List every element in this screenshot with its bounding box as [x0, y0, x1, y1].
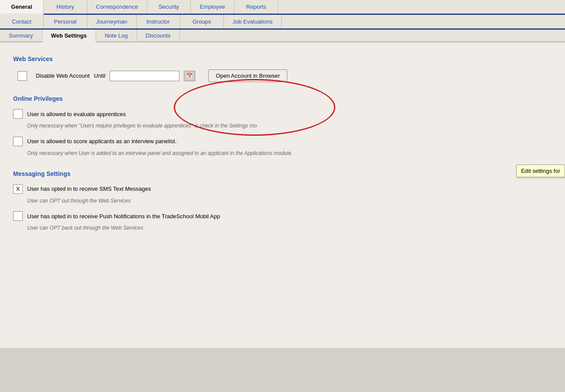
online-privileges-title: Online Privileges — [13, 95, 552, 102]
push-notifications-label: User has opted in to receive Push Notifi… — [27, 213, 220, 220]
sms-label: User has opted in to receive SMS Text Me… — [27, 186, 151, 192]
tab-groups[interactable]: Groups — [180, 15, 224, 28]
tab-row-3: Summary Web Settings Note Log Discounts — [0, 30, 565, 42]
tab-job-evaluations[interactable]: Job Evaluations — [224, 15, 282, 28]
content-area: Web Services Disable Web Account Until 📅… — [0, 42, 565, 348]
privilege-row-1: User is allowed to evaluate apprentices … — [13, 109, 552, 130]
tab-personal[interactable]: Personal — [44, 15, 87, 28]
tab-employee[interactable]: Employee — [191, 0, 234, 14]
web-services-title: Web Services — [13, 55, 552, 62]
evaluate-apprentices-checkbox[interactable] — [13, 109, 23, 119]
tab-discounts[interactable]: Discounts — [137, 30, 180, 41]
sms-checkbox[interactable]: X — [13, 184, 23, 194]
sms-hint: User can OPT out through the Web Service… — [27, 197, 552, 205]
disable-section: Disable Web Account Until 📅 Open Account… — [17, 69, 552, 82]
calendar-icon: 📅 — [186, 73, 193, 79]
evaluate-apprentices-label: User is allowed to evaluate apprentices — [27, 111, 126, 117]
tab-summary[interactable]: Summary — [0, 30, 42, 41]
disable-web-account-label: Disable Web Account — [36, 72, 90, 79]
tab-security[interactable]: Security — [147, 0, 191, 14]
messaging-settings-title: Messaging Settings — [13, 170, 552, 177]
sms-row: X User has opted in to receive SMS Text … — [13, 184, 552, 205]
tab-correspondence[interactable]: Correspondence — [87, 0, 147, 14]
edit-settings-tooltip: Edit settings for — [516, 165, 565, 177]
until-label: Until — [94, 72, 105, 79]
nav-row-1: General History Correspondence Security … — [0, 0, 565, 15]
push-notifications-hint: User can OPT back out through the Web Se… — [27, 224, 552, 232]
tab-note-log[interactable]: Note Log — [96, 30, 137, 41]
privilege-row-2: User is allowed to score applicants as a… — [13, 137, 552, 157]
tab-instructor[interactable]: Instructor — [137, 15, 180, 28]
tab-history[interactable]: History — [44, 0, 87, 14]
disable-web-account-checkbox[interactable] — [17, 71, 27, 81]
web-services-section: Web Services Disable Web Account Until 📅… — [13, 55, 552, 82]
open-account-in-browser-button[interactable]: Open Account in Browser — [208, 69, 287, 82]
tab-general[interactable]: General — [0, 0, 44, 15]
score-applicants-checkbox[interactable] — [13, 137, 23, 146]
tab-reports[interactable]: Reports — [234, 0, 278, 14]
nav-row-2: Contact Personal Journeyman Instructor G… — [0, 15, 565, 30]
tab-contact[interactable]: Contact — [0, 15, 44, 28]
tab-journeyman[interactable]: Journeyman — [87, 15, 137, 28]
evaluate-apprentices-hint: Only necessary when "Users require privi… — [27, 122, 552, 130]
disable-row: Disable Web Account Until 📅 Open Account… — [17, 69, 552, 82]
score-applicants-label: User is allowed to score applicants as a… — [27, 138, 177, 144]
push-notifications-checkbox[interactable] — [13, 211, 23, 221]
score-applicants-hint: Only necessary when User is added to an … — [27, 150, 552, 157]
until-date-input[interactable] — [110, 71, 179, 81]
online-privileges-section: Online Privileges User is allowed to eva… — [13, 95, 552, 157]
push-notifications-row: User has opted in to receive Push Notifi… — [13, 211, 552, 232]
calendar-button[interactable]: 📅 — [184, 71, 195, 81]
tab-web-settings[interactable]: Web Settings — [42, 30, 96, 42]
messaging-settings-section: Messaging Settings X User has opted in t… — [13, 170, 552, 232]
